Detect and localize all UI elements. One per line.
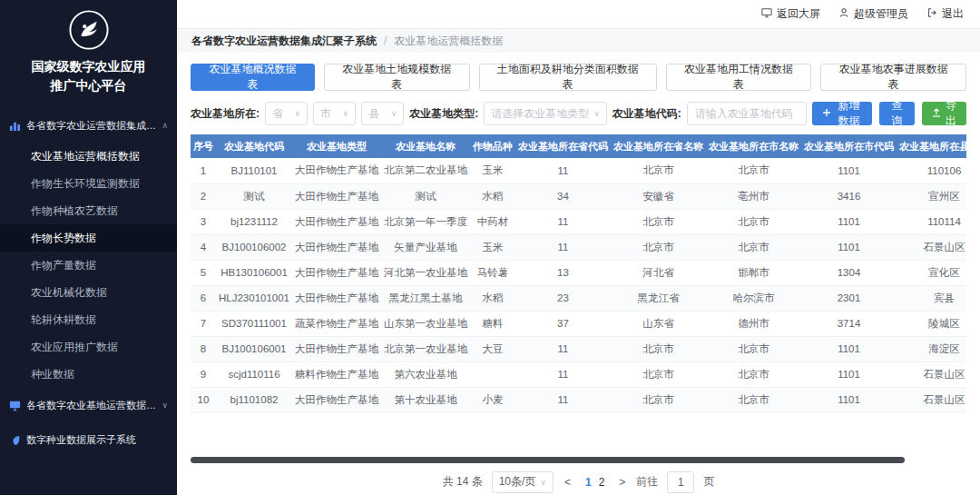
table-row[interactable]: 10bj1101082大田作物生产基地第十农业基地小麦11北京市北京市1101石… (191, 387, 966, 412)
tab-2[interactable]: 土地面积及耕地分类面积数据表 (479, 64, 657, 91)
sidebar-item-1[interactable]: 农业基地运营概括数据 (0, 143, 177, 170)
type-filter-label: 农业基地类型: (409, 106, 478, 122)
table-cell: 玉米 (470, 234, 515, 260)
back-to-dashboard-button[interactable]: 返回大屏 (761, 6, 820, 22)
table-cell: 山东第一农业基地 (381, 311, 470, 336)
table-row[interactable]: 9scjd110116糖料作物生产基地第六农业基地11北京市北京市1101石景山… (191, 361, 966, 387)
table-cell: 石景山区 (897, 234, 966, 260)
sidebar-item-2[interactable]: 作物生长环境监测数据 (0, 170, 177, 197)
table-cell: 1 (191, 158, 216, 183)
county-select[interactable]: 县 ∨ (361, 102, 404, 125)
table-cell: 安徽省 (611, 183, 706, 209)
horizontal-scrollbar[interactable] (191, 457, 905, 463)
bar-chart-icon (9, 120, 21, 132)
plus-icon (822, 107, 831, 120)
table-cell: 邯郸市 (706, 260, 801, 285)
sidebar-menu: 各省数字农业运营数据集成汇聚子系统∧农业基地运营概括数据作物生长环境监测数据作物… (0, 108, 177, 457)
goto-label: 前往 (636, 474, 658, 490)
sidebar-section-label: 各省数字农业运营数据集成汇聚子系统 (26, 119, 156, 133)
table-cell: 1101 (801, 158, 897, 183)
user-menu[interactable]: 超级管理员 (838, 6, 908, 22)
chevron-down-icon: ∨ (540, 478, 546, 487)
sidebar-item-7[interactable]: 轮耕休耕数据 (0, 306, 177, 333)
table-cell (470, 361, 515, 387)
code-filter-label: 农业基地代码: (612, 106, 681, 122)
table-row[interactable]: 3bj1231112大田作物生产基地北京第一年一季度中药材11北京市北京市110… (191, 209, 966, 234)
breadcrumb-separator: / (384, 35, 387, 47)
export-button[interactable]: 导出 (922, 102, 966, 125)
base-code-input[interactable] (687, 102, 807, 125)
table-cell: 北京市 (706, 387, 801, 412)
page-size-select[interactable]: 10条/页 ∨ (492, 471, 554, 493)
table-cell: 水稻 (470, 183, 515, 209)
table-cell: 11 (515, 336, 611, 361)
table-row[interactable]: 8BJ100106001大田作物生产基地北京第一农业基地大豆11北京市北京市11… (191, 336, 966, 361)
table-cell: 9 (191, 361, 216, 387)
table-cell: 小麦 (470, 387, 515, 412)
sidebar-section-11[interactable]: 数字种业数据展示子系统 (0, 422, 177, 457)
breadcrumb: 各省数字农业运营数据集成汇聚子系统 / 农业基地运营概括数据 (177, 29, 980, 53)
table-cell: bj1231112 (216, 209, 292, 234)
next-page-button[interactable]: > (617, 476, 627, 489)
breadcrumb-parent[interactable]: 各省数字农业运营数据集成汇聚子系统 (191, 34, 377, 49)
seed-icon (9, 434, 21, 446)
table-row[interactable]: 2测试大田作物生产基地测试水稻34安徽省亳州市3416宣州区116.1221 (191, 183, 966, 209)
table-cell: 大田作物生产基地 (292, 387, 381, 412)
sidebar-item-4[interactable]: 作物长势数据 (0, 224, 177, 252)
province-select[interactable]: 省 ∨ (265, 102, 308, 125)
table-cell: BJ100106001 (216, 336, 292, 361)
prev-page-button[interactable]: < (563, 476, 573, 489)
sidebar-section-0[interactable]: 各省数字农业运营数据集成汇聚子系统∧ (0, 108, 177, 143)
tab-1[interactable]: 农业基地土地规模数据表 (324, 64, 470, 91)
table-cell: 海淀区 (897, 336, 966, 361)
page-number-2[interactable]: 2 (595, 476, 609, 489)
sidebar-item-6[interactable]: 农业机械化数据 (0, 279, 177, 306)
table-cell: 水稻 (470, 285, 515, 311)
table-row[interactable]: 6HLJ230101001大田作物生产基地黑龙江黑土基地水稻23黑龙江省哈尔滨市… (191, 285, 966, 311)
location-filter-label: 农业基地所在: (191, 106, 260, 122)
page-number-1[interactable]: 1 (582, 476, 595, 489)
table-cell: 玉米 (470, 158, 515, 183)
logout-button[interactable]: 退出 (926, 6, 964, 22)
table-cell: 大田作物生产基地 (292, 183, 381, 209)
table-cell: 宾县 (897, 285, 966, 311)
table-row[interactable]: 5HB130106001大田作物生产基地河北第一农业基地马铃薯13河北省邯郸市1… (191, 260, 966, 285)
logo-area: 国家级数字农业应用 推广中心平台 (0, 0, 177, 103)
table-cell: 北京市 (706, 209, 801, 234)
sidebar-section-10[interactable]: 各省数字农业基地运营数据采集子系统∨ (0, 388, 177, 422)
sidebar-item-9[interactable]: 种业数据 (0, 361, 177, 388)
base-type-select[interactable]: 请选择农业基地类型 ∨ (484, 102, 607, 125)
sidebar-item-8[interactable]: 农业应用推广数据 (0, 333, 177, 361)
sidebar-item-5[interactable]: 作物产量数据 (0, 252, 177, 279)
table-cell: 糖料作物生产基地 (292, 361, 381, 387)
sidebar-item-3[interactable]: 作物种植农艺数据 (0, 197, 177, 224)
add-data-button[interactable]: 新增数据 (812, 102, 872, 125)
export-icon (932, 107, 941, 120)
table-cell: 大田作物生产基地 (292, 285, 381, 311)
table-cell: 蔬菜作物生产基地 (292, 311, 381, 336)
table-cell: 大田作物生产基地 (292, 260, 381, 285)
goto-page-input[interactable] (667, 471, 694, 493)
table-cell: HLJ230101001 (216, 285, 292, 311)
table-cell: 7 (191, 311, 216, 336)
data-table: 序号农业基地代码农业基地类型农业基地名称作物品种农业基地所在省代码农业基地所在省… (191, 134, 966, 413)
chevron-down-icon: ∨ (391, 109, 397, 118)
table-row[interactable]: 4BJ100106002大田作物生产基地矢量产业基地玉米11北京市北京市1101… (191, 234, 966, 260)
table-row[interactable]: 7SD370111001蔬菜作物生产基地山东第一农业基地糖料37山东省德州市37… (191, 311, 966, 336)
city-select[interactable]: 市 ∨ (313, 102, 356, 125)
pagination: 共 14 条 10条/页 ∨ < 12 > 前往 页 (191, 471, 966, 493)
column-header: 农业基地所在县名称 (897, 134, 966, 158)
table-cell: 大田作物生产基地 (292, 209, 381, 234)
platform-logo (68, 41, 110, 54)
query-button[interactable]: 查询 (879, 102, 915, 125)
data-table-wrap: 序号农业基地代码农业基地类型农业基地名称作物品种农业基地所在省代码农业基地所在省… (191, 134, 966, 413)
table-cell: 1101 (801, 387, 897, 412)
tab-0[interactable]: 农业基地概况数据表 (191, 64, 315, 91)
table-cell: 陵城区 (897, 311, 966, 336)
table-row[interactable]: 1BJ110101大田作物生产基地北京第二农业基地玉米11北京市北京市11011… (191, 158, 966, 183)
column-header: 农业基地所在市名称 (706, 134, 801, 158)
tab-3[interactable]: 农业基地用工情况数据表 (666, 64, 812, 91)
tab-4[interactable]: 农业基地农事进展数据表 (820, 64, 966, 91)
page-content: 农业基地概况数据表农业基地土地规模数据表土地面积及耕地分类面积数据表农业基地用工… (177, 53, 980, 495)
table-cell: BJ110101 (216, 158, 292, 183)
